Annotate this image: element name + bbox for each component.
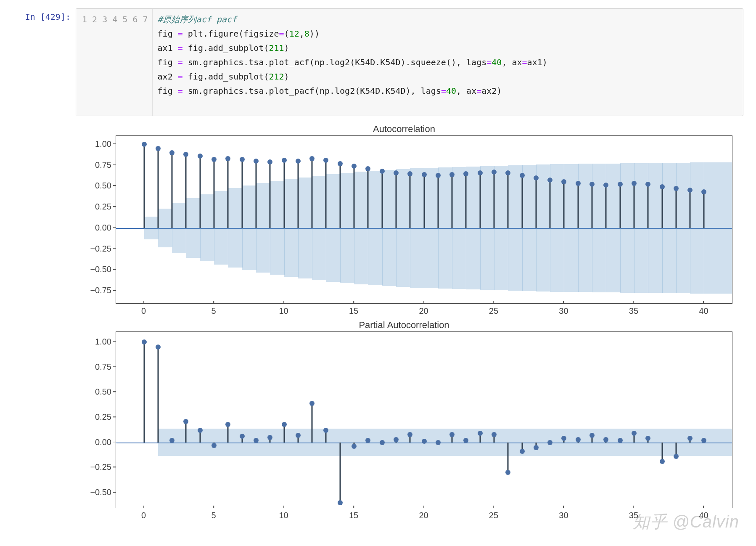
plot-area (116, 135, 732, 304)
notebook-cell: In [429]: 1 2 3 4 5 6 7 #原始序列acf pacf fi… (13, 8, 743, 116)
lag-marker (603, 183, 608, 188)
lag-marker (156, 345, 161, 350)
lag-marker (561, 179, 566, 184)
lag-stem (241, 159, 243, 228)
lag-stem (592, 184, 593, 228)
code-lines[interactable]: #原始序列acf pacf fig = plt.figure(figsize=(… (153, 9, 552, 116)
lag-stem (395, 173, 397, 228)
line-gutter: 1 2 3 4 5 6 7 (76, 9, 153, 116)
lag-stem (648, 184, 649, 228)
lag-marker (282, 158, 287, 163)
lag-stem (354, 166, 355, 228)
lag-marker (547, 440, 552, 445)
matplotlib-figure: Autocorrelation −0.75−0.50−0.250.000.250… (76, 124, 732, 522)
x-tick-label: 40 (699, 306, 708, 316)
y-tick-label: 0.00 (95, 223, 111, 232)
lag-marker (436, 173, 441, 178)
lag-stem (508, 443, 509, 473)
lag-marker (632, 181, 637, 186)
x-axis: 0510152025303540 (116, 508, 732, 522)
y-tick-label: −0.50 (90, 265, 111, 274)
lag-stem (185, 421, 187, 443)
lag-marker (365, 166, 370, 171)
x-tick-label: 15 (349, 511, 358, 520)
y-tick-label: 1.00 (95, 337, 111, 346)
lag-stem (157, 148, 159, 228)
lag-stem (410, 174, 411, 228)
pacf-chart: Partial Autocorrelation −0.50−0.250.000.… (76, 320, 732, 522)
lag-marker (687, 436, 693, 441)
lag-marker (436, 440, 441, 445)
code-input[interactable]: 1 2 3 4 5 6 7 #原始序列acf pacf fig = plt.fi… (76, 8, 743, 116)
x-tick-label: 40 (699, 511, 708, 520)
lag-stem (479, 173, 481, 228)
lag-marker (618, 182, 623, 187)
lag-marker (478, 431, 483, 436)
lag-stem (172, 153, 173, 228)
lag-stem (563, 182, 565, 228)
x-tick-label: 10 (279, 511, 288, 520)
lag-marker (296, 433, 301, 438)
lag-marker (142, 142, 147, 147)
chart-title: Partial Autocorrelation (76, 320, 732, 331)
lag-marker (198, 154, 203, 159)
lag-stem (690, 190, 691, 228)
lag-marker (422, 172, 427, 177)
y-tick-label: −0.25 (90, 462, 111, 472)
lag-marker (407, 432, 412, 437)
lag-stem (367, 169, 369, 228)
chart-title: Autocorrelation (76, 124, 732, 135)
y-tick-label: 0.50 (95, 387, 111, 397)
lag-marker (449, 172, 455, 177)
lag-stem (703, 192, 705, 228)
lag-marker (534, 175, 539, 180)
acf-chart: Autocorrelation −0.75−0.50−0.250.000.250… (76, 124, 732, 318)
lag-marker (394, 437, 399, 442)
lag-marker (547, 178, 552, 183)
lag-marker (463, 438, 468, 443)
x-tick-label: 15 (349, 306, 358, 316)
lag-marker (478, 170, 483, 175)
lag-marker (365, 438, 370, 443)
lag-marker (282, 422, 287, 427)
y-tick-label: 1.00 (95, 139, 111, 148)
lag-marker (394, 170, 399, 175)
lag-stem (452, 175, 453, 228)
lag-stem (508, 173, 509, 228)
y-axis: −0.75−0.50−0.250.000.250.500.751.00 (76, 135, 116, 303)
lag-marker (338, 161, 343, 166)
y-tick-label: 0.75 (95, 362, 111, 371)
lag-marker (645, 182, 650, 187)
lag-marker (589, 182, 595, 187)
lag-stem (227, 159, 229, 228)
y-tick-label: 0.25 (95, 412, 111, 422)
lag-marker (142, 339, 147, 345)
lag-stem (535, 178, 537, 228)
lag-stem (339, 443, 341, 503)
lag-marker (603, 437, 608, 442)
lag-stem (675, 188, 677, 228)
x-tick-label: 25 (489, 511, 498, 520)
lag-marker (463, 171, 468, 176)
lag-marker (198, 428, 203, 433)
lag-marker (701, 438, 706, 443)
lag-stem (199, 156, 201, 228)
x-tick-label: 5 (211, 511, 216, 520)
lag-marker (561, 436, 566, 441)
y-tick-label: 0.50 (95, 181, 111, 191)
lag-marker (618, 438, 623, 443)
lag-stem (185, 154, 187, 228)
lag-stem (550, 180, 551, 228)
x-tick-label: 0 (141, 306, 146, 316)
lag-marker (240, 157, 245, 162)
lag-marker (323, 428, 328, 433)
lag-stem (143, 342, 145, 443)
lag-stem (633, 183, 634, 228)
x-axis: 0510152025303540 (116, 304, 732, 318)
y-tick-label: 0.75 (95, 160, 111, 170)
lag-marker (309, 156, 315, 161)
lag-marker (520, 173, 525, 178)
cell-prompt: In [429]: (13, 8, 76, 22)
lag-stem (283, 424, 285, 443)
lag-marker (576, 181, 581, 186)
